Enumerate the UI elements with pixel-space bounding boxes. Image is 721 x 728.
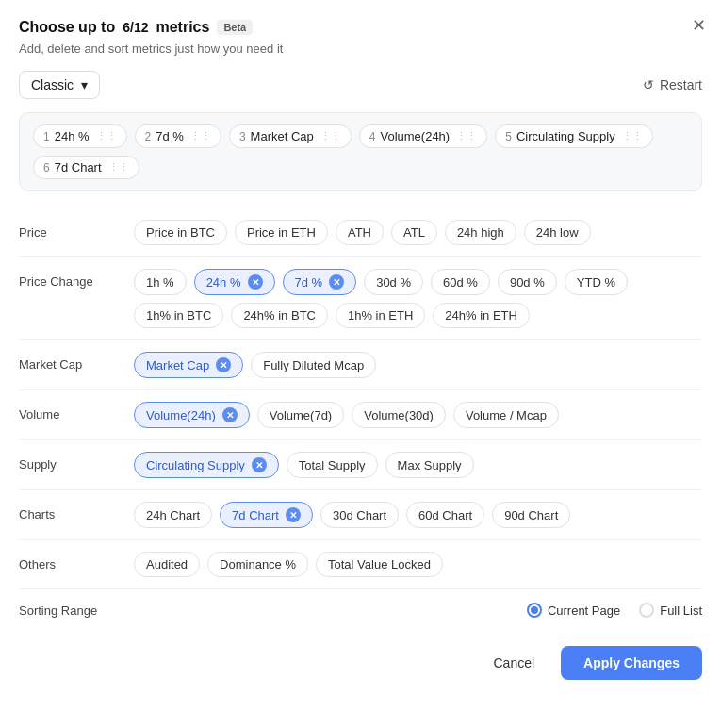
chips-group-price: Price in BTCPrice in ETHATHATL24h high24…	[134, 220, 702, 245]
chip-price-in-eth[interactable]: Price in ETH	[235, 220, 328, 245]
chip-label: Total Supply	[299, 458, 366, 472]
sorting-radio-group: Current Page Full List	[527, 603, 702, 618]
chips-group-others: AuditedDominance %Total Value Locked	[134, 552, 702, 577]
chip-price-in-btc[interactable]: Price in BTC	[134, 220, 227, 245]
modal-header: Choose up to 6/12 metrics Beta	[19, 19, 702, 36]
chip-number: 4	[369, 130, 376, 143]
chip-label: 90d Chart	[504, 508, 558, 522]
chip-label: 7d %	[295, 275, 323, 290]
chip-label: Fully Diluted Mcap	[263, 358, 364, 372]
chip-30d-chart[interactable]: 30d Chart	[320, 502, 399, 528]
modal-container: ✕ Choose up to 6/12 metrics Beta Add, de…	[0, 0, 721, 728]
selected-metric-chip[interactable]: 3 Market Cap ⋮⋮	[229, 124, 352, 148]
radio-circle-current-page	[527, 603, 542, 618]
radio-label-full-list: Full List	[660, 604, 702, 618]
drag-handle-icon: ⋮⋮	[190, 130, 211, 142]
selected-metric-chip[interactable]: 2 7d % ⋮⋮	[135, 124, 221, 148]
selected-metric-chip[interactable]: 4 Volume(24h) ⋮⋮	[359, 124, 487, 148]
remove-chip-icon[interactable]: ✕	[222, 407, 238, 422]
beta-badge: Beta	[217, 20, 253, 35]
chips-group-volume: Volume(24h) ✕Volume(7d)Volume(30d)Volume…	[134, 402, 702, 428]
selected-metric-chip[interactable]: 1 24h % ⋮⋮	[33, 124, 127, 148]
chip-24h-high[interactable]: 24h high	[445, 220, 516, 245]
chip-24h-low[interactable]: 24h low	[524, 220, 591, 245]
chip-label: Volume / Mcap	[466, 408, 547, 422]
chip-label: 7d Chart	[55, 160, 102, 174]
chip-24h-in-btc[interactable]: 24h% in BTC	[231, 303, 328, 328]
remove-chip-icon[interactable]: ✕	[248, 274, 263, 290]
chip-dominance-pct[interactable]: Dominance %	[207, 552, 308, 577]
chip-30d-pct[interactable]: 30d %	[364, 269, 423, 295]
chip-label: 24h high	[457, 225, 504, 240]
chip-1h-in-btc[interactable]: 1h% in BTC	[134, 303, 223, 328]
selected-metric-chip[interactable]: 5 Circulating Supply ⋮⋮	[495, 124, 652, 148]
chip-label: Volume(7d)	[270, 408, 332, 422]
chip-total-value-locked[interactable]: Total Value Locked	[316, 552, 443, 577]
chip-ytd-pct[interactable]: YTD %	[565, 269, 628, 295]
remove-chip-icon[interactable]: ✕	[252, 457, 267, 472]
chip-volume-30d[interactable]: Volume(30d)	[352, 402, 446, 428]
chip-60d-pct[interactable]: 60d %	[431, 269, 490, 295]
chip-60d-chart[interactable]: 60d Chart	[406, 502, 484, 528]
remove-chip-icon[interactable]: ✕	[286, 507, 301, 522]
sorting-label: Sorting Range	[19, 604, 123, 618]
chip-total-supply[interactable]: Total Supply	[287, 452, 378, 478]
chip-atl[interactable]: ATL	[391, 220, 437, 245]
cancel-button[interactable]: Cancel	[479, 646, 550, 680]
selected-metrics-bar: 1 24h % ⋮⋮2 7d % ⋮⋮3 Market Cap ⋮⋮4 Volu…	[19, 112, 702, 191]
chip-number: 6	[43, 161, 50, 174]
apply-changes-button[interactable]: Apply Changes	[561, 646, 702, 680]
section-label-market-cap: Market Cap	[19, 352, 123, 372]
chip-circulating-supply[interactable]: Circulating Supply ✕	[134, 452, 279, 478]
chip-7d-pct[interactable]: 7d % ✕	[283, 269, 357, 295]
chip-90d-pct[interactable]: 90d %	[498, 269, 557, 295]
chip-label: 24h% in ETH	[445, 308, 517, 323]
chips-group-supply: Circulating Supply ✕Total SupplyMax Supp…	[134, 452, 702, 478]
remove-chip-icon[interactable]: ✕	[329, 274, 344, 290]
selected-metric-chip[interactable]: 6 7d Chart ⋮⋮	[33, 156, 139, 179]
chips-group-price-change: 1h %24h % ✕7d % ✕30d %60d %90d %YTD %1h%…	[134, 269, 702, 328]
chip-label: 30d %	[376, 275, 411, 290]
chip-label: Total Value Locked	[328, 557, 431, 571]
chip-label: 24h Chart	[146, 508, 200, 522]
drag-handle-icon: ⋮⋮	[108, 161, 129, 174]
chip-1h-in-eth[interactable]: 1h% in ETH	[336, 303, 425, 328]
sections-container: PricePrice in BTCPrice in ETHATHATL24h h…	[19, 208, 702, 589]
section-others: OthersAuditedDominance %Total Value Lock…	[19, 540, 702, 589]
chip-volume-mcap[interactable]: Volume / Mcap	[453, 402, 559, 428]
chip-24h-pct[interactable]: 24h % ✕	[194, 269, 275, 295]
chip-label: 24h low	[536, 225, 579, 240]
chip-label: 1h% in ETH	[348, 308, 413, 323]
chip-label: Max Supply	[398, 458, 462, 472]
chip-number: 3	[239, 130, 246, 143]
chip-label: 60d Chart	[418, 508, 472, 522]
chip-fully-diluted-mcap[interactable]: Fully Diluted Mcap	[251, 352, 376, 378]
chevron-down-icon: ▾	[81, 77, 88, 92]
chip-label: 24h% in BTC	[243, 308, 316, 323]
chip-7d-chart[interactable]: 7d Chart ✕	[220, 502, 313, 528]
chip-volume-24h[interactable]: Volume(24h) ✕	[134, 402, 250, 428]
restart-button[interactable]: ↺ Restart	[643, 77, 702, 92]
radio-option-current-page[interactable]: Current Page	[527, 603, 620, 618]
chip-90d-chart[interactable]: 90d Chart	[492, 502, 570, 528]
section-price-change: Price Change1h %24h % ✕7d % ✕30d %60d %9…	[19, 257, 702, 340]
chip-audited[interactable]: Audited	[134, 552, 200, 577]
chip-ath[interactable]: ATH	[336, 220, 384, 245]
close-button[interactable]: ✕	[692, 15, 706, 36]
section-label-supply: Supply	[19, 452, 123, 472]
chip-24h-in-eth[interactable]: 24h% in ETH	[433, 303, 530, 328]
chip-market-cap[interactable]: Market Cap ✕	[134, 352, 243, 378]
remove-chip-icon[interactable]: ✕	[216, 357, 231, 372]
chip-volume-7d[interactable]: Volume(7d)	[257, 402, 344, 428]
chip-24h-chart[interactable]: 24h Chart	[134, 502, 212, 528]
modal-title: Choose up to	[19, 19, 115, 36]
footer: Cancel Apply Changes	[19, 631, 702, 699]
sorting-row: Sorting Range Current Page Full List	[19, 589, 702, 631]
radio-option-full-list[interactable]: Full List	[639, 603, 702, 618]
chip-max-supply[interactable]: Max Supply	[385, 452, 474, 478]
chip-1h-pct[interactable]: 1h %	[134, 269, 187, 295]
preset-dropdown[interactable]: Classic ▾	[19, 71, 100, 99]
section-label-price: Price	[19, 220, 123, 240]
section-label-others: Others	[19, 552, 123, 571]
section-label-price-change: Price Change	[19, 269, 123, 289]
